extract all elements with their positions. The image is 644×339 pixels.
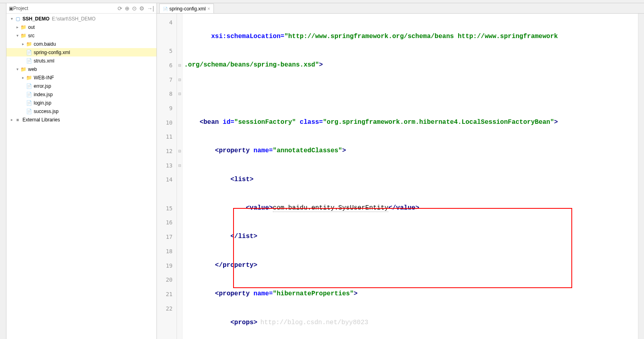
folder-icon [20,32,26,39]
chevron-right-icon[interactable]: ▸ [14,25,20,29]
item-label: success.jsp [34,109,59,114]
line-number: 8 [157,87,177,101]
item-label: login.jsp [34,100,51,106]
folder-icon [20,24,26,30]
jsp-file-icon [26,91,32,98]
item-label: web [28,67,37,72]
root-path: E:\start\SSH_DEMO [52,16,95,22]
tree-root[interactable]: ▾ SSH_DEMO E:\start\SSH_DEMO [6,14,156,23]
fold-marker[interactable]: ⊟ [177,87,182,101]
item-label: index.jsp [34,92,53,97]
watermark: http://blog.csdn.net/byy8023 [260,316,368,330]
line-number: 18 [157,244,177,258]
folder-icon [20,66,26,73]
item-label: External Libraries [22,117,60,123]
item-label: struts.xml [34,58,54,64]
item-label: com.baidu [34,41,56,47]
xml-file-icon [163,6,168,12]
tree-item[interactable]: ▸ WEB-INF [6,73,156,82]
tree-item[interactable]: login.jsp [6,99,156,107]
tree-item[interactable]: ▸ out [6,23,156,31]
jsp-file-icon [26,83,32,89]
item-label: out [28,24,35,30]
line-number: 11 [157,130,177,144]
line-number: 22 [157,301,177,316]
item-label: WEB-INF [34,75,54,81]
top-bar [0,0,644,3]
chevron-down-icon[interactable]: ▾ [14,67,20,71]
jsp-file-icon [26,100,32,106]
tree-item[interactable]: ▸ External Libraries [6,115,156,124]
line-number: 12 [157,144,177,158]
sidebar-header: ▣ Project ⟳ ⊕ ⊙ ⚙ →| [6,3,156,14]
line-number [157,30,177,44]
hide-icon[interactable]: →| [147,5,154,12]
tab-label: spring-config.xml [169,6,206,12]
sync-icon[interactable]: ⟳ [118,5,122,12]
gear-icon[interactable]: ⚙ [139,5,144,12]
editor-area: spring-config.xml × 4 5 6 7 8 9 10 11 12… [157,3,644,339]
folder-icon [26,75,32,81]
library-icon [14,117,21,123]
main-area: ▣ Project ⟳ ⊕ ⊙ ⚙ →| ▾ SSH_DEMO E:\start… [0,3,644,339]
line-number: 19 [157,258,177,273]
tree-item[interactable]: ▸ com.baidu [6,40,156,48]
vertical-scrollbar[interactable] [638,14,644,339]
project-tool-icon: ▣ [9,6,13,11]
collapse-icon[interactable]: ⊕ [125,5,130,12]
line-gutter: 4 5 6 7 8 9 10 11 12 13 14 15 16 17 18 1… [157,14,177,339]
code-content[interactable]: xsi:schemaLocation="http://www.springfra… [183,14,638,339]
xml-file-icon [26,58,32,64]
editor-tabs: spring-config.xml × [157,3,644,14]
chevron-right-icon[interactable]: ▸ [9,117,14,122]
chevron-down-icon[interactable]: ▾ [14,33,20,38]
fold-marker[interactable]: ⊟ [177,158,182,173]
line-number: 10 [157,115,177,130]
fold-gutter[interactable]: ⊟ ⊟ ⊟ ⊟ ⊟ [177,14,183,339]
line-number [157,187,177,201]
fold-marker[interactable]: ⊟ [177,58,182,73]
chevron-down-icon[interactable]: ▾ [9,16,14,21]
line-number: 6 [157,58,177,73]
tool-window-strip[interactable] [0,3,6,339]
line-number: 4 [157,15,177,30]
chevron-right-icon[interactable]: ▸ [20,75,26,80]
line-number: 15 [157,201,177,216]
tree-item[interactable]: error.jsp [6,82,156,90]
tree-item[interactable]: index.jsp [6,90,156,99]
line-number: 13 [157,158,177,173]
item-label: error.jsp [34,83,51,89]
xml-file-icon [26,49,32,56]
tree-item[interactable]: struts.xml [6,56,156,65]
editor-tab[interactable]: spring-config.xml × [159,4,214,13]
line-number: 16 [157,216,177,230]
project-sidebar: ▣ Project ⟳ ⊕ ⊙ ⚙ →| ▾ SSH_DEMO E:\start… [6,3,157,339]
line-number: 21 [157,287,177,301]
close-icon[interactable]: × [207,6,210,12]
root-name: SSH_DEMO [22,16,49,22]
chevron-right-icon[interactable]: ▸ [20,42,26,46]
tree-item[interactable]: success.jsp [6,107,156,115]
sidebar-title: Project [13,6,118,11]
package-icon [26,41,32,47]
tree-item[interactable]: ▾ web [6,65,156,73]
line-number: 17 [157,230,177,244]
target-icon[interactable]: ⊙ [132,5,137,12]
item-label: spring-config.xml [34,50,70,55]
line-number: 20 [157,272,177,287]
tree-item[interactable]: ▾ src [6,31,156,40]
line-number: 5 [157,44,177,58]
line-number: 7 [157,73,177,87]
tree-item-selected[interactable]: spring-config.xml [6,48,156,56]
project-tree[interactable]: ▾ SSH_DEMO E:\start\SSH_DEMO ▸ out ▾ src… [6,14,156,339]
highlight-box [233,208,572,288]
jsp-file-icon [26,108,32,115]
fold-marker[interactable]: ⊟ [177,73,182,87]
fold-marker[interactable]: ⊟ [177,144,182,158]
item-label: src [28,33,35,38]
code-editor[interactable]: 4 5 6 7 8 9 10 11 12 13 14 15 16 17 18 1… [157,14,644,339]
line-number: 14 [157,173,177,187]
module-icon [14,16,21,22]
line-number: 9 [157,101,177,115]
